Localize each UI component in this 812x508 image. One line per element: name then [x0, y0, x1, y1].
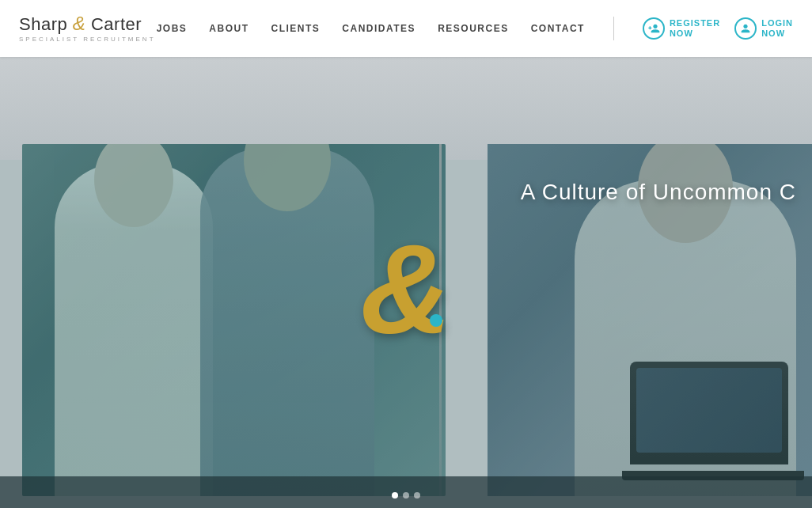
nav-contact[interactable]: CONTACT — [531, 23, 585, 34]
hero-tagline: A Culture of Uncommon C — [521, 180, 796, 205]
hero-section: & A Culture of Uncommon C — [0, 57, 812, 508]
person-add-icon — [647, 22, 660, 35]
logo-subtitle: SPECIALIST RECRUITMENT — [19, 36, 156, 44]
logo-text: Sharp & Carter — [19, 13, 156, 34]
register-icon — [643, 17, 665, 40]
person-icon — [739, 22, 752, 35]
nav-divider — [613, 17, 614, 40]
login-label: LOGINNOW — [761, 18, 793, 39]
hero-ampersand: & — [360, 226, 452, 352]
nav-resources[interactable]: RESOURCES — [438, 23, 509, 34]
scroll-dot-3[interactable] — [414, 492, 420, 499]
login-button[interactable]: LOGINNOW — [734, 17, 793, 40]
logo-ampersand: & — [73, 13, 86, 34]
hero-bottom-bar — [0, 476, 812, 508]
auth-buttons: REGISTERNOW LOGINNOW — [643, 17, 793, 40]
header: Sharp & Carter SPECIALIST RECRUITMENT JO… — [0, 0, 812, 57]
nav-about[interactable]: ABOUT — [209, 23, 249, 34]
scroll-indicators — [392, 492, 420, 499]
nav-jobs[interactable]: JOBS — [157, 23, 188, 34]
scroll-dot-1[interactable] — [392, 492, 398, 499]
register-button[interactable]: REGISTERNOW — [643, 17, 720, 40]
hero-teal-dot — [430, 314, 442, 327]
login-icon — [734, 17, 757, 40]
nav-clients[interactable]: CLIENTS — [271, 23, 321, 34]
nav-candidates[interactable]: CANDIDATES — [342, 23, 415, 34]
scroll-dot-2[interactable] — [403, 492, 409, 499]
main-nav: JOBS ABOUT CLIENTS CANDIDATES RESOURCES … — [157, 17, 793, 40]
logo[interactable]: Sharp & Carter SPECIALIST RECRUITMENT — [19, 13, 156, 43]
register-label: REGISTERNOW — [670, 18, 720, 39]
